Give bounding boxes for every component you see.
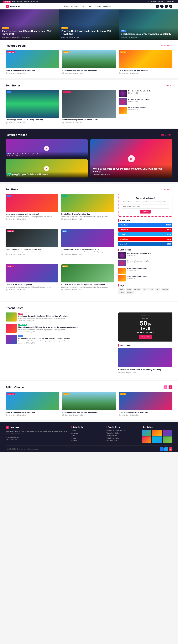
- featured-post-2-author: Johon Doe: [122, 72, 128, 74]
- video-play-1[interactable]: ▶: [44, 166, 49, 171]
- footer-pop-3[interactable]: High school life: [106, 435, 138, 436]
- best-story-2[interactable]: Never eat extra fatty Foods. 13 March, 2…: [118, 268, 172, 274]
- social-linkedin[interactable]: in LinkedIn 1,235: [118, 242, 172, 246]
- nav-contact[interactable]: Contact Us: [103, 5, 112, 7]
- recent-item-0-date: 13 March, 2021: [26, 320, 35, 322]
- recent-item-1-img: [6, 324, 17, 333]
- top-post-2[interactable]: LIFESTYLE Essential Qualities of Highly …: [6, 229, 58, 262]
- tag-leaders[interactable]: Leaders: [126, 291, 134, 294]
- subscribe-button[interactable]: Submit: [140, 210, 150, 214]
- footer-link-pages[interactable]: Pages: [72, 437, 102, 439]
- top-post-4-title: The loss is not all that surprising: [6, 284, 58, 286]
- footer-gallery-img-3[interactable]: [142, 436, 152, 443]
- nav-travel[interactable]: Travel: [81, 5, 85, 7]
- footer-twitter-icon[interactable]: t: [164, 447, 168, 451]
- top-stories-see-all[interactable]: SEE ALL: [166, 85, 172, 86]
- footer-link-home[interactable]: Home: [72, 430, 102, 431]
- featured-post-1[interactable]: TRAVEL If you want to find your life, yo…: [62, 50, 116, 74]
- hero-slide-2[interactable]: TRAVEL Pick The Best Travel Guide Book T…: [60, 10, 119, 40]
- video-main[interactable]: ▶ One day the cities of two thousand and…: [90, 139, 172, 178]
- instagram-nav-icon[interactable]: in: [165, 4, 168, 8]
- footer-gallery-img-4[interactable]: [152, 436, 162, 443]
- side-story-2-img: [118, 106, 127, 114]
- featured-posts-see-all[interactable]: SEE ALL POSTS: [161, 45, 172, 47]
- editor-post-1[interactable]: TRAVEL If you want to find your life, yo…: [62, 392, 116, 416]
- hero-slide-1[interactable]: TRAVEL Pick The Best Travel Guide Book T…: [0, 10, 60, 40]
- footer-logo-text: Newpress: [10, 426, 19, 428]
- footer-gallery-img-1[interactable]: [152, 430, 162, 436]
- most-loved-img[interactable]: [118, 348, 172, 368]
- tag-food[interactable]: Food: [148, 288, 154, 290]
- footer-gallery-img-2[interactable]: [162, 430, 172, 436]
- footer-pop-5[interactable]: Gambling Rules: [106, 440, 138, 441]
- video-play-0[interactable]: ▶: [44, 146, 49, 151]
- footer-bottom: Copyright © 2021 Company name. All right…: [6, 446, 172, 451]
- recent-item-0[interactable]: FOOD Simple and Downright Comforting Dis…: [6, 312, 114, 322]
- tag-film[interactable]: Film: [142, 288, 148, 290]
- featured-videos-see-all[interactable]: SEE ALL VIDOS: [161, 134, 172, 136]
- social-facebook[interactable]: f Facebook 15,258: [118, 223, 172, 227]
- footer-instagram-icon[interactable]: in: [169, 447, 172, 451]
- footer-pop-2[interactable]: Technology Basics: [106, 432, 138, 434]
- featured-post-2[interactable]: TRAVEL Try to be happy all the time no m…: [118, 50, 172, 74]
- best-story-3[interactable]: Never eat extra fatty foods. 13 March, 2…: [118, 275, 172, 282]
- footer-pop-4[interactable]: Fatty foods health: [106, 437, 138, 439]
- recent-item-1[interactable]: LIFESTYLE Make a beauty selfie 2021 new …: [6, 324, 114, 333]
- tag-business[interactable]: Business: [160, 288, 169, 290]
- top-post-4[interactable]: LIFESTYLE The loss is not all that surpr…: [6, 264, 58, 297]
- bf-shop-button[interactable]: Shop Now: [139, 335, 152, 339]
- footer-link-contact[interactable]: Contact: [72, 440, 102, 441]
- featured-post-2-img: TRAVEL: [118, 50, 172, 68]
- best-story-0[interactable]: This Not Just A Photo But It Best 13 Mar…: [118, 252, 172, 258]
- best-story-0-title: This Not Just A Photo But It Best: [127, 252, 172, 254]
- twitter-nav-icon[interactable]: t: [160, 4, 164, 8]
- top-story-main-0[interactable]: TECH 2 Technology Basics You Reviewing C…: [6, 90, 60, 124]
- tag-music[interactable]: Music: [126, 288, 132, 290]
- recent-item-2[interactable]: TECH New game studios pop up all the tim…: [6, 335, 114, 344]
- video-card-0[interactable]: ▶ TECH 2 Technology Basics You Reviewing…: [6, 139, 88, 157]
- footer-facebook-icon[interactable]: f: [160, 447, 164, 451]
- editor-post-0[interactable]: LIFE STYLE Guide to Picking the Best Tra…: [6, 392, 60, 416]
- search-icon[interactable]: 🔍: [169, 4, 172, 8]
- top-post-3[interactable]: TECH 3 Technology Basics You Reviewing C…: [61, 229, 114, 262]
- nav-home[interactable]: Home: [64, 5, 69, 7]
- nav-product[interactable]: Product: [95, 5, 101, 7]
- social-pinterest[interactable]: P Pinterest 7,895: [118, 228, 172, 232]
- tag-sports[interactable]: Sports: [118, 291, 125, 294]
- featured-post-1-author: Johon Doe: [65, 72, 72, 74]
- facebook-nav-icon[interactable]: f: [156, 4, 159, 8]
- nav-lifestyle[interactable]: Life Style: [71, 5, 78, 7]
- footer-gallery-img-5[interactable]: [162, 436, 172, 443]
- top-story-main-1[interactable]: LIFESTYLE Best friends in high school li…: [62, 90, 116, 124]
- blackfriday-ad: ADVERTISING Most Loved 50 % SALE BLACK F…: [118, 312, 172, 342]
- video-main-play[interactable]: ▶: [128, 155, 135, 162]
- editor-prev-button[interactable]: ‹: [164, 386, 168, 389]
- side-story-1[interactable]: We have to keep every chapter 13 March, …: [118, 98, 172, 105]
- tag-lifestyle[interactable]: Life Style: [133, 288, 142, 290]
- tag-art[interactable]: Art: [155, 288, 160, 290]
- social-twitter[interactable]: t Twitter 3,154: [118, 232, 172, 236]
- video-card-1[interactable]: ▶ FOOD Never eat extra fatty foods. Poss…: [6, 160, 88, 178]
- nav-pages[interactable]: Pages: [88, 5, 92, 7]
- footer-pop-1[interactable]: Guide to Picking Travel Card: [106, 430, 138, 431]
- recent-item-0-cat: FOOD: [18, 313, 23, 314]
- featured-post-0[interactable]: LIFE STYLE Guide to Picking the Best Tra…: [6, 50, 60, 74]
- best-story-1[interactable]: We have to keep every chapter 13 March, …: [118, 260, 172, 266]
- footer-gallery-img-0[interactable]: [142, 430, 152, 436]
- editor-post-2[interactable]: TRAVEL Guide to Picking the Best Travel …: [118, 392, 172, 416]
- subscribe-email-input[interactable]: [121, 204, 170, 208]
- logo[interactable]: S Newpress: [6, 5, 20, 8]
- social-youtube[interactable]: ▶ YouTube 1,254: [118, 237, 172, 241]
- top-post-1[interactable]: FOOD How to Make Choreg Armenia's Eggy L…: [61, 194, 114, 226]
- top-post-0[interactable]: TECH Los angeles compound he is trying t…: [6, 194, 58, 226]
- hero-slide-3[interactable]: TECH 2 Technology Basics You Reviewing C…: [118, 10, 178, 40]
- top-post-3-date: 13 March, 2021: [72, 254, 82, 255]
- footer-link-blog[interactable]: Blog: [72, 435, 102, 436]
- footer-link-about[interactable]: About Us: [72, 432, 102, 434]
- side-story-0[interactable]: This Not Just A Photo But It Best 13 Mar…: [118, 90, 172, 97]
- tag-travel[interactable]: Travel: [118, 288, 125, 290]
- top-posts-see-all[interactable]: SEE ALL POSTS: [161, 189, 172, 190]
- side-story-2[interactable]: Never eat extra fatty foods. 13 March, 2…: [118, 106, 172, 114]
- editor-next-button[interactable]: ›: [168, 386, 172, 389]
- top-post-5[interactable]: TRAVEL It's Great the Government is Tigh…: [61, 264, 114, 297]
